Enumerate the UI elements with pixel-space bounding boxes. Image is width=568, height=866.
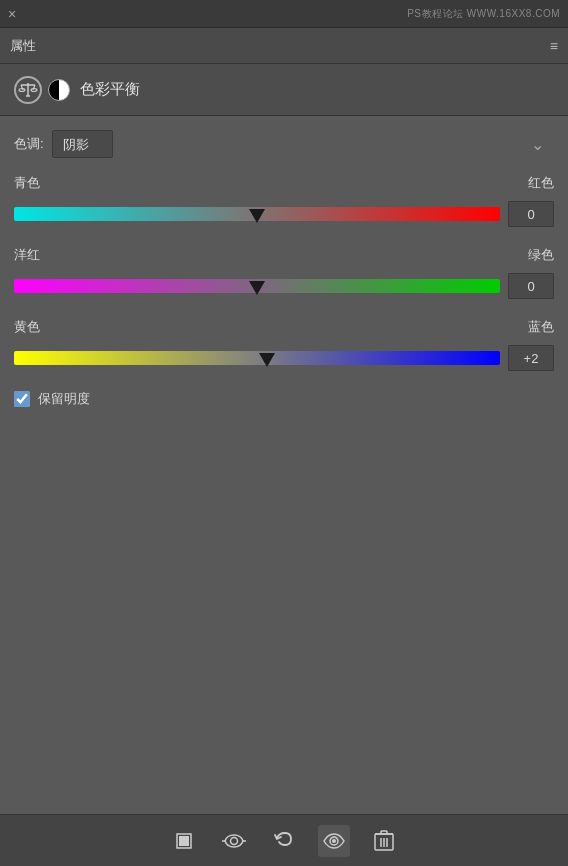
half-circle-icon (48, 79, 70, 101)
slider-label-left-0: 青色 (14, 174, 40, 192)
preserve-label: 保留明度 (38, 390, 90, 408)
slider-track-area-2[interactable] (14, 340, 500, 376)
slider-label-right-0: 红色 (528, 174, 554, 192)
slider-label-right-2: 蓝色 (528, 318, 554, 336)
balance-svg (18, 80, 38, 100)
svg-point-13 (332, 839, 336, 843)
preserve-row: 保留明度 (14, 390, 554, 408)
slider-track-wrapper-2: +2 (14, 340, 554, 376)
delete-icon[interactable] (368, 825, 400, 857)
adj-layer-header: 色彩平衡 (0, 64, 568, 116)
bottom-toolbar (0, 814, 568, 866)
slider-thumb-1[interactable] (249, 281, 265, 295)
slider-labels-2: 黄色蓝色 (14, 318, 554, 336)
tone-select-wrapper: 阴影 中间调 高光 (52, 130, 554, 158)
slider-track-wrapper-0: 0 (14, 196, 554, 232)
slider-labels-0: 青色红色 (14, 174, 554, 192)
slider-labels-1: 洋红绿色 (14, 246, 554, 264)
tone-row: 色调: 阴影 中间调 高光 (14, 130, 554, 158)
balance-icon (14, 76, 42, 104)
panel-title: 属性 (10, 37, 36, 55)
svg-rect-8 (179, 836, 189, 846)
slider-row-0: 青色红色0 (14, 174, 554, 232)
tone-select[interactable]: 阴影 中间调 高光 (52, 130, 113, 158)
slider-label-left-1: 洋红 (14, 246, 40, 264)
mask-icon[interactable] (168, 825, 200, 857)
slider-thumb-0[interactable] (249, 209, 265, 223)
slider-thumb-2[interactable] (259, 353, 275, 367)
watermark: PS教程论坛 WWW.16XX8.COM (407, 7, 560, 21)
svg-point-5 (31, 88, 37, 91)
slider-row-2: 黄色蓝色+2 (14, 318, 554, 376)
slider-value-1[interactable]: 0 (508, 273, 554, 299)
slider-track-area-0[interactable] (14, 196, 500, 232)
tone-label: 色调: (14, 135, 44, 153)
svg-point-9 (231, 837, 238, 844)
content-area: 色调: 阴影 中间调 高光 青色红色0洋红绿色0黄色蓝色+2 保留明度 (0, 116, 568, 814)
svg-point-4 (19, 88, 25, 91)
adj-title: 色彩平衡 (80, 80, 140, 99)
slider-track-1 (14, 279, 500, 293)
slider-track-0 (14, 207, 500, 221)
close-icon[interactable]: × (8, 6, 16, 22)
adj-icons (14, 76, 70, 104)
slider-label-left-2: 黄色 (14, 318, 40, 336)
sliders-container: 青色红色0洋红绿色0黄色蓝色+2 (14, 174, 554, 376)
visibility-icon[interactable] (318, 825, 350, 857)
slider-track-2 (14, 351, 500, 365)
top-bar: × PS教程论坛 WWW.16XX8.COM (0, 0, 568, 28)
slider-value-0[interactable]: 0 (508, 201, 554, 227)
panel-header: 属性 ≡ (0, 28, 568, 64)
preserve-checkbox[interactable] (14, 391, 30, 407)
panel-menu-icon[interactable]: ≡ (550, 38, 558, 54)
slider-track-area-1[interactable] (14, 268, 500, 304)
slider-value-2[interactable]: +2 (508, 345, 554, 371)
slider-row-1: 洋红绿色0 (14, 246, 554, 304)
link-icon[interactable] (218, 825, 250, 857)
undo-icon[interactable] (268, 825, 300, 857)
slider-track-wrapper-1: 0 (14, 268, 554, 304)
slider-label-right-1: 绿色 (528, 246, 554, 264)
